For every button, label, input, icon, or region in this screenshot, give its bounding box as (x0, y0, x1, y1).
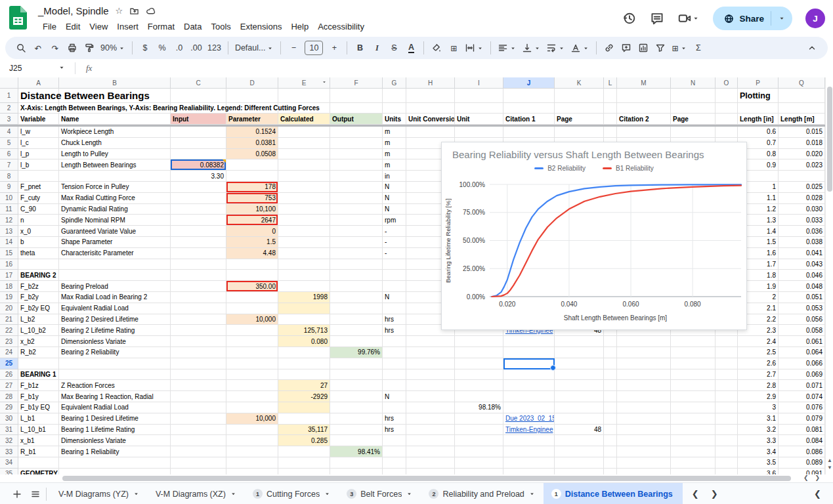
col-header-C[interactable]: C (171, 77, 226, 89)
cell-Q32[interactable]: 0.084 (779, 435, 825, 446)
cell-I1[interactable] (455, 89, 503, 103)
cell-A28[interactable]: F_b1y (18, 391, 59, 402)
cell-N30[interactable] (671, 413, 716, 425)
cell-B21[interactable]: Bearing 2 Desired Lifetime (59, 314, 171, 326)
cell-E26[interactable] (278, 369, 330, 381)
name-box[interactable]: J25 (0, 64, 71, 74)
font-size-input[interactable]: 10 (303, 40, 325, 56)
cell-K2[interactable] (555, 103, 604, 114)
cell-H35[interactable] (406, 469, 455, 474)
cell-M31[interactable] (617, 425, 671, 436)
cell-B16[interactable] (59, 259, 171, 270)
cell-P27[interactable]: 2.8 (738, 380, 779, 391)
row-header-16[interactable]: 16 (0, 259, 18, 270)
cell-Q20[interactable]: 0.053 (779, 303, 825, 314)
cell-J31[interactable]: Timken-Enginee (503, 425, 555, 436)
cell-C4[interactable] (171, 127, 226, 138)
cell-M32[interactable] (617, 435, 671, 446)
embedded-chart[interactable]: Bearing Reliability versus Shaft Length … (441, 142, 747, 330)
scroll-down-icon[interactable]: ▼ (827, 465, 832, 471)
cell-F4[interactable] (330, 127, 383, 138)
cell-F15[interactable] (330, 248, 383, 259)
text-color-button[interactable]: A (403, 40, 419, 56)
cell-M25[interactable] (617, 358, 671, 369)
cell-B24[interactable]: Bearing 2 Reliability (59, 347, 171, 358)
cell-O25[interactable] (716, 358, 738, 369)
cell-C33[interactable] (171, 446, 226, 457)
percent-button[interactable]: % (154, 40, 170, 56)
cell-B31[interactable]: Bearing 1 Lifetime Rating (59, 425, 171, 436)
cell-M24[interactable] (617, 347, 671, 358)
tab-scroll-left-icon[interactable]: ❮ (692, 489, 699, 499)
row-header-11[interactable]: 11 (0, 204, 18, 215)
cell-F8[interactable] (330, 171, 383, 182)
cell-F34[interactable] (330, 457, 383, 469)
cell-E32[interactable]: 0.285 (278, 435, 330, 446)
cell-D30[interactable]: 10,000 (226, 413, 278, 425)
cell-M27[interactable] (617, 380, 671, 391)
cell-N1[interactable] (671, 89, 716, 103)
cell-H26[interactable] (406, 369, 455, 381)
cell-B19[interactable]: Max Radial Load in Bearing 2 (59, 292, 171, 303)
decrease-decimal-button[interactable]: .0 (171, 40, 187, 56)
cell-B26[interactable] (59, 369, 171, 381)
cell-K1[interactable] (555, 89, 604, 103)
cell-O28[interactable] (716, 391, 738, 402)
sheets-logo-icon[interactable] (9, 6, 27, 30)
cell-F27[interactable] (330, 380, 383, 391)
cell-E7[interactable] (278, 159, 330, 171)
cell-B30[interactable]: Bearing 1 Desired Lifetime (59, 413, 171, 425)
cell-C32[interactable] (171, 435, 226, 446)
cell-C35[interactable] (171, 469, 226, 474)
cell-E15[interactable] (278, 248, 330, 259)
col-header-G[interactable]: G (383, 77, 406, 89)
cell-D8[interactable] (226, 171, 278, 182)
cell-F25[interactable] (330, 358, 383, 369)
cell-C24[interactable] (171, 347, 226, 358)
cell-D5[interactable]: 0.0381 (226, 138, 278, 149)
cell-P23[interactable]: 2.4 (738, 336, 779, 347)
cell-K24[interactable] (555, 347, 604, 358)
cell-A15[interactable]: theta (18, 248, 59, 259)
cell-A32[interactable]: x_b1 (18, 435, 59, 446)
cell-G16[interactable] (383, 259, 406, 270)
cell-H23[interactable] (406, 336, 455, 347)
cell-C17[interactable] (171, 270, 226, 281)
row-header-14[interactable]: 14 (0, 237, 18, 248)
cell-D23[interactable] (226, 336, 278, 347)
cell-N28[interactable] (671, 391, 716, 402)
cell-G14[interactable]: - (383, 237, 406, 248)
cell-E21[interactable] (278, 314, 330, 326)
document-title[interactable]: _Model, Spindle (38, 5, 109, 16)
cell-P31[interactable]: 3.2 (738, 425, 779, 436)
cell-B14[interactable]: Shape Parameter (59, 237, 171, 248)
cell-A9[interactable]: F_pnet (18, 182, 59, 193)
cell-G11[interactable]: N (383, 204, 406, 215)
cell-D16[interactable] (226, 259, 278, 270)
cell-M23[interactable] (617, 336, 671, 347)
cell-G9[interactable]: N (383, 182, 406, 193)
cell-D29[interactable] (226, 402, 278, 413)
menu-insert[interactable]: Insert (112, 20, 143, 33)
tab-menu-icon[interactable] (528, 490, 536, 497)
cell-J32[interactable] (503, 435, 555, 446)
cell-A3[interactable]: Variable (18, 114, 59, 125)
cell-F5[interactable] (330, 138, 383, 149)
cell-C8[interactable]: 3.30 (171, 171, 226, 182)
cell-M35[interactable] (617, 469, 671, 474)
cell-N33[interactable] (671, 446, 716, 457)
bold-button[interactable]: B (352, 40, 368, 56)
cell-C12[interactable] (171, 215, 226, 226)
cell-I28[interactable] (455, 391, 503, 402)
cell-G31[interactable]: hrs (383, 425, 406, 436)
cell-I29[interactable]: 98.18% (455, 402, 503, 413)
cell-C34[interactable] (171, 457, 226, 469)
cell-H24[interactable] (406, 347, 455, 358)
cell-G23[interactable] (383, 336, 406, 347)
cell-F2[interactable] (330, 103, 383, 114)
cell-K35[interactable] (555, 469, 604, 474)
cell-D20[interactable] (226, 303, 278, 314)
cell-L24[interactable] (604, 347, 617, 358)
insert-comment-button[interactable] (618, 40, 634, 56)
cell-L3[interactable] (604, 114, 617, 125)
